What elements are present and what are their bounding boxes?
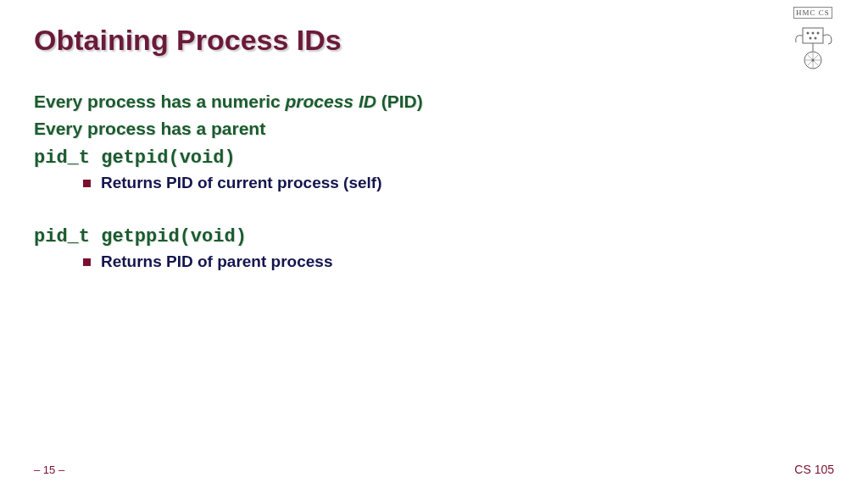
logo-banner-text: HMC CS	[793, 7, 832, 19]
text-fragment-italic: process ID	[286, 92, 376, 111]
svg-point-2	[812, 32, 815, 35]
svg-rect-0	[803, 28, 823, 43]
page-number: – 15 –	[34, 463, 64, 476]
code-getppid: pid_t getppid(void)	[34, 226, 834, 247]
logo-graphic	[783, 24, 843, 72]
bullet-item: Returns PID of current process (self)	[83, 174, 834, 192]
svg-point-1	[807, 32, 810, 35]
slide-title: Obtaining Process IDs	[34, 24, 342, 57]
svg-point-4	[810, 37, 812, 40]
bullet-item: Returns PID of parent process	[83, 252, 834, 271]
svg-point-5	[815, 37, 817, 40]
content-area: Every process has a numeric process ID (…	[34, 85, 834, 271]
line-pid-definition: Every process has a numeric process ID (…	[34, 92, 834, 112]
bullet-square-icon	[83, 180, 91, 187]
bullet-text-getppid: Returns PID of parent process	[101, 252, 332, 271]
text-fragment: Every process has a numeric	[34, 92, 286, 111]
code-getpid: pid_t getpid(void)	[34, 147, 834, 169]
course-label: CS 105	[794, 463, 834, 476]
bullet-square-icon	[83, 258, 91, 266]
text-fragment: (PID)	[376, 92, 423, 111]
bullet-text-getpid: Returns PID of current process (self)	[101, 174, 382, 192]
line-parent: Every process has a parent	[34, 119, 834, 139]
hmc-cs-logo: HMC CS	[783, 7, 843, 75]
svg-point-3	[817, 32, 820, 35]
